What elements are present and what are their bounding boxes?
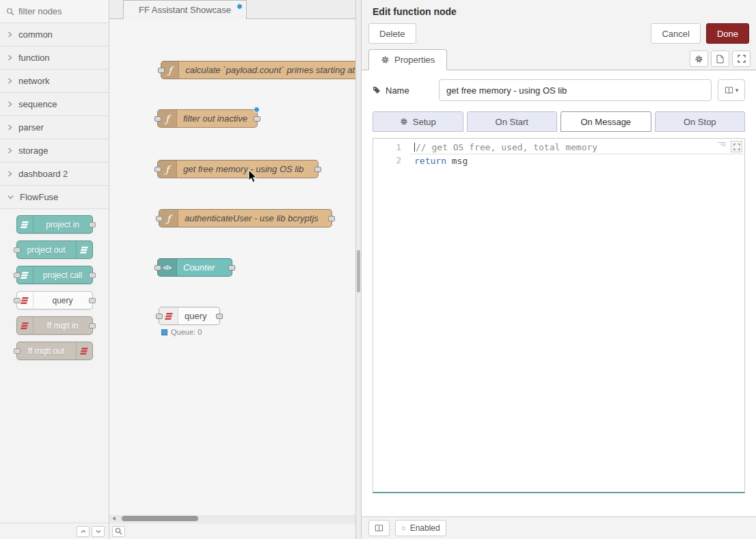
node-label: filter out inactive (177, 113, 254, 124)
flow-node-get-free-memory[interactable]: ƒ get free memory - using OS lib (157, 160, 319, 178)
node-input-port[interactable] (156, 314, 163, 319)
edit-node-panel: Edit function node Delete Cancel Done Pr… (362, 0, 756, 539)
name-input[interactable] (439, 79, 712, 101)
chevron-right-icon (8, 124, 12, 130)
node-palette: common function network sequence parser … (0, 0, 109, 539)
flow-area[interactable]: ƒ calculate `payload.count` primes start… (109, 19, 355, 523)
zoom-search-button[interactable] (112, 526, 125, 537)
flowfuse-icon (17, 317, 33, 334)
palette-node-ff-mqtt-out[interactable]: ff mqtt out (16, 342, 93, 360)
magnifier-icon (115, 527, 122, 535)
flow-node-filter-out-inactive[interactable]: ƒ filter out inactive (157, 109, 258, 128)
tab-on-start-label: On Start (496, 117, 528, 127)
node-label: Counter (177, 262, 221, 273)
palette-node-label: ff mqtt out (17, 346, 76, 356)
search-icon (6, 8, 14, 16)
expand-editor-button[interactable] (731, 141, 742, 152)
palette-category-flowfuse[interactable]: FlowFuse (0, 186, 109, 209)
text-cursor (414, 143, 415, 152)
library-dropdown-button[interactable]: ▾ (718, 79, 745, 101)
code-editor[interactable]: 1 2 // get OS free, used, total memory r… (373, 138, 745, 493)
edit-panel-toolbar: Delete Cancel Done (362, 19, 756, 49)
scrollbar-thumb[interactable] (122, 516, 198, 521)
search-input[interactable] (18, 6, 99, 16)
node-input-port[interactable] (154, 265, 161, 271)
category-label: sequence (18, 99, 57, 109)
tab-on-stop[interactable]: On Stop (655, 111, 746, 132)
palette-category-storage[interactable]: storage (0, 139, 109, 163)
palette-category-function[interactable]: function (0, 46, 109, 70)
palette-node-project-out[interactable]: project out (16, 240, 93, 259)
tab-on-start[interactable]: On Start (467, 111, 558, 132)
tab-setup[interactable]: Setup (373, 111, 463, 132)
workspace-tab[interactable]: FF Assistant Showcase (123, 0, 247, 19)
palette-category-network[interactable]: network (0, 70, 109, 93)
category-label: parser (18, 122, 44, 133)
chevron-right-icon (8, 171, 12, 177)
tab-properties[interactable]: Properties (368, 49, 447, 70)
chevron-right-icon (8, 101, 12, 107)
palette-category-parser[interactable]: parser (0, 116, 109, 139)
node-input-port[interactable] (154, 116, 161, 122)
gear-icon (694, 55, 703, 64)
tab-on-message[interactable]: On Message (561, 111, 651, 132)
node-input-port[interactable] (156, 216, 163, 221)
flow-node-counter[interactable]: </> Counter (157, 258, 232, 277)
node-output-port[interactable] (314, 167, 321, 172)
chevron-right-icon (8, 148, 12, 154)
docs-button[interactable] (711, 51, 729, 67)
node-output-port[interactable] (228, 265, 235, 271)
palette-category-dashboard2[interactable]: dashboard 2 (0, 163, 109, 186)
library-button[interactable] (368, 520, 390, 536)
expand-all-button[interactable] (92, 526, 105, 537)
editor-code-area[interactable]: // get OS free, used, total memory retur… (410, 139, 744, 492)
node-label: get free memory - using OS lib (177, 164, 310, 174)
node-input-port (14, 298, 21, 303)
enabled-toggle-button[interactable]: ○ Enabled (395, 520, 446, 536)
palette-category-sequence[interactable]: sequence (0, 93, 109, 116)
name-row: Name ▾ (373, 79, 745, 101)
code-line: // get OS free, used, total memory (410, 141, 744, 154)
canvas-vertical-scrollbar[interactable] (355, 0, 362, 539)
collapse-all-button[interactable] (77, 526, 90, 537)
settings-button[interactable] (690, 51, 708, 67)
node-output-port[interactable] (328, 216, 335, 221)
palette-node-ff-mqtt-in[interactable]: ff mqtt in (16, 316, 93, 335)
flowfuse-icon (76, 342, 92, 359)
name-label-text: Name (386, 85, 409, 96)
workspace-canvas[interactable]: FF Assistant Showcase ƒ calculate `paylo… (109, 0, 355, 539)
flow-node-calculate-primes[interactable]: ƒ calculate `payload.count` primes start… (161, 61, 355, 79)
category-label: storage (18, 146, 48, 156)
code-token: msg (446, 156, 468, 166)
palette-node-project-in[interactable]: project in (16, 215, 93, 234)
node-input-port[interactable] (154, 167, 161, 172)
book-icon (375, 524, 383, 532)
chevron-right-icon (8, 55, 12, 61)
palette-category-common[interactable]: common (0, 23, 109, 46)
delete-button[interactable]: Delete (368, 23, 416, 44)
edit-panel-footer: ○ Enabled (362, 516, 756, 539)
function-editor-tabs: Setup On Start On Message On Stop (373, 111, 745, 132)
palette-node-project-call[interactable]: project call (16, 266, 93, 284)
palette-flowfuse-nodes: project in project out project call quer… (0, 209, 109, 364)
tab-on-stop-label: On Stop (684, 117, 716, 127)
node-output-port[interactable] (254, 116, 260, 122)
chevron-down-icon (8, 195, 14, 199)
node-output-port[interactable] (216, 314, 223, 319)
horizontal-scrollbar[interactable] (109, 515, 355, 522)
palette-search[interactable] (0, 0, 109, 23)
flow-node-query[interactable]: query (159, 307, 220, 325)
vertical-scrollbar-thumb[interactable] (357, 250, 360, 292)
tab-properties-label: Properties (394, 55, 435, 65)
cancel-button[interactable]: Cancel (651, 23, 700, 44)
expand-panel-button[interactable] (732, 51, 751, 67)
palette-node-query[interactable]: query (16, 291, 93, 309)
book-icon (725, 86, 733, 94)
scroll-left-arrow-icon[interactable] (111, 516, 116, 521)
palette-node-label: project out (17, 245, 76, 255)
enabled-label: Enabled (410, 523, 440, 533)
done-button[interactable]: Done (706, 23, 749, 44)
flow-node-authenticate-user[interactable]: ƒ authenticateUser - use lib bcryptjs (159, 209, 332, 227)
node-input-port[interactable] (158, 68, 165, 73)
palette-node-label: project call (33, 271, 92, 280)
